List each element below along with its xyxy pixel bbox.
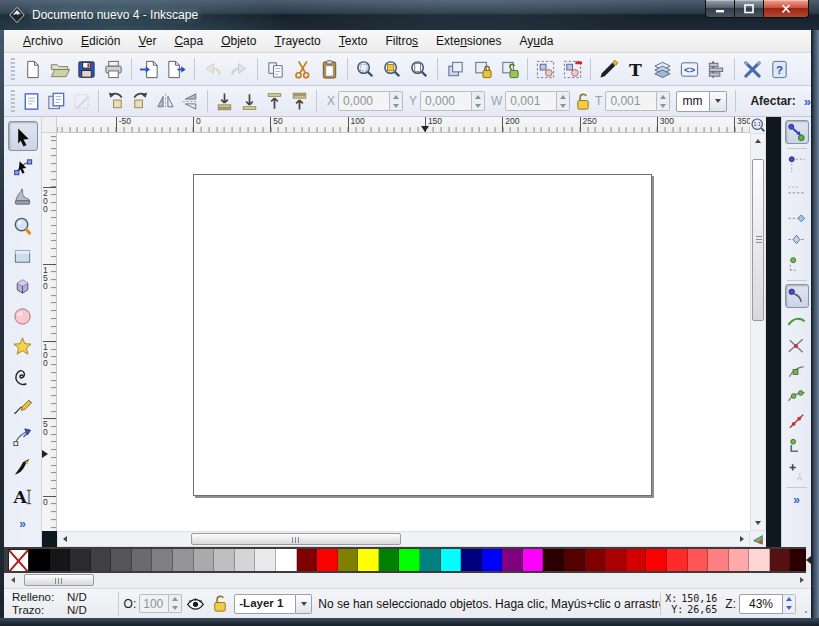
toolbar-grip[interactable] <box>10 90 15 112</box>
layers-dialog-button[interactable] <box>649 56 676 83</box>
palette-swatch[interactable] <box>420 549 441 571</box>
deselect-button[interactable] <box>69 89 94 114</box>
palette-swatch[interactable] <box>646 549 667 571</box>
palette-scrollbar[interactable] <box>4 573 811 589</box>
menu-filtros[interactable]: Filtros <box>376 31 427 51</box>
fill-stroke-dialog-button[interactable] <box>595 56 622 83</box>
zoom-tool[interactable] <box>8 211 38 241</box>
xml-editor-button[interactable]: <> <box>676 56 703 83</box>
snap-bbox-button[interactable] <box>785 152 809 176</box>
export-button[interactable] <box>163 56 190 83</box>
about-help-button[interactable]: ? <box>766 56 793 83</box>
lower-button[interactable] <box>237 89 262 114</box>
snap-nodes-button[interactable] <box>785 284 809 308</box>
maximize-button[interactable] <box>735 0 763 18</box>
create-clone-button[interactable] <box>469 56 496 83</box>
x-field[interactable]: 0,000 <box>338 91 390 111</box>
menu-ver[interactable]: Ver <box>129 31 165 51</box>
menu-capa[interactable]: Capa <box>165 31 212 51</box>
palette-swatch[interactable] <box>255 549 276 571</box>
height-spinner[interactable] <box>657 91 670 111</box>
palette-swatch[interactable] <box>50 549 71 571</box>
menu-ayuda[interactable]: Ayuda <box>511 31 563 51</box>
menu-extensiones[interactable]: Extensiones <box>427 31 510 51</box>
spiral-tool[interactable] <box>8 361 38 391</box>
snapbar-overflow-button[interactable]: » <box>793 493 800 507</box>
preferences-button[interactable] <box>739 56 766 83</box>
opacity-field[interactable]: 100 <box>139 594 169 613</box>
copy-button[interactable] <box>262 56 289 83</box>
horizontal-scrollbar[interactable] <box>57 531 750 547</box>
palette-swatch[interactable] <box>91 549 112 571</box>
minimize-button[interactable] <box>705 0 735 18</box>
palette-swatch[interactable] <box>194 549 215 571</box>
scroll-left-button[interactable] <box>58 532 72 546</box>
raise-to-top-button[interactable] <box>287 89 312 114</box>
snap-object-centers-button[interactable] <box>785 434 809 458</box>
text-dialog-button[interactable]: T <box>622 56 649 83</box>
palette-swatch[interactable] <box>29 549 50 571</box>
palette-swatch[interactable] <box>441 549 462 571</box>
palette-swatch-none[interactable] <box>8 549 29 571</box>
scroll-right-button[interactable] <box>735 532 749 546</box>
snap-paths-button[interactable] <box>785 309 809 333</box>
palette-swatch[interactable] <box>502 549 523 571</box>
palette-swatch[interactable] <box>358 549 379 571</box>
zoom-spinner[interactable] <box>783 594 796 614</box>
snap-smooth-nodes-button[interactable] <box>785 384 809 408</box>
zoom-selection-button[interactable] <box>352 56 379 83</box>
tweak-tool[interactable] <box>8 181 38 211</box>
palette-swatch[interactable] <box>70 549 91 571</box>
palette-swatch[interactable] <box>111 549 132 571</box>
zoom-field[interactable]: 43% <box>739 594 783 614</box>
snap-midpoints-button[interactable] <box>785 409 809 433</box>
palette-swatch[interactable] <box>626 549 647 571</box>
rotate-cw-button[interactable] <box>128 89 153 114</box>
menu-objeto[interactable]: Objeto <box>212 31 265 51</box>
palette-swatch[interactable] <box>543 549 564 571</box>
snap-bbox-edges-button[interactable] <box>785 177 809 201</box>
snap-toggle-button[interactable] <box>785 120 809 144</box>
snap-bbox-centers-button[interactable] <box>785 252 809 276</box>
vertical-ruler[interactable]: 2 0 01 5 01 0 05 00 <box>42 133 57 531</box>
select-all-layers-button[interactable] <box>44 89 69 114</box>
rotate-ccw-button[interactable] <box>103 89 128 114</box>
lock-ratio-button[interactable] <box>570 89 595 114</box>
zoom-drawing-button[interactable] <box>379 56 406 83</box>
opacity-spinner[interactable] <box>169 594 182 613</box>
resize-grip[interactable] <box>802 603 809 615</box>
paste-button[interactable] <box>316 56 343 83</box>
flip-vertical-button[interactable] <box>178 89 203 114</box>
snap-path-intersections-button[interactable] <box>785 334 809 358</box>
canvas[interactable] <box>57 133 750 531</box>
palette-swatch[interactable] <box>729 549 750 571</box>
node-tool[interactable] <box>8 151 38 181</box>
ungroup-button[interactable] <box>559 56 586 83</box>
lower-to-bottom-button[interactable] <box>212 89 237 114</box>
menu-edición[interactable]: Edición <box>72 31 129 51</box>
palette-swatch[interactable] <box>235 549 256 571</box>
palette-swatch[interactable] <box>482 549 503 571</box>
group-button[interactable] <box>532 56 559 83</box>
palette-scroll-thumb[interactable] <box>24 574 94 586</box>
toolbar-grip[interactable] <box>10 58 15 80</box>
y-spinner[interactable] <box>472 91 485 111</box>
palette-scroll-right[interactable] <box>795 573 809 587</box>
select-all-button[interactable] <box>19 89 44 114</box>
scroll-down-button[interactable] <box>751 516 765 530</box>
box3d-tool[interactable] <box>8 271 38 301</box>
toolbox-overflow-button[interactable]: » <box>19 517 26 531</box>
layer-lock-button[interactable] <box>209 593 230 615</box>
palette-swatch[interactable] <box>338 549 359 571</box>
palette-swatch[interactable] <box>276 549 297 571</box>
palette-swatch[interactable] <box>399 549 420 571</box>
pencil-tool[interactable] <box>8 391 38 421</box>
calligraphy-tool[interactable] <box>8 451 38 481</box>
palette-swatch[interactable] <box>605 549 626 571</box>
palette-swatch[interactable] <box>461 549 482 571</box>
width-spinner[interactable] <box>557 91 570 111</box>
unit-dropdown-button[interactable] <box>710 91 727 112</box>
vertical-scroll-thumb[interactable] <box>752 159 764 321</box>
snap-rotation-center-button[interactable] <box>785 459 809 483</box>
palette-swatch[interactable] <box>152 549 173 571</box>
